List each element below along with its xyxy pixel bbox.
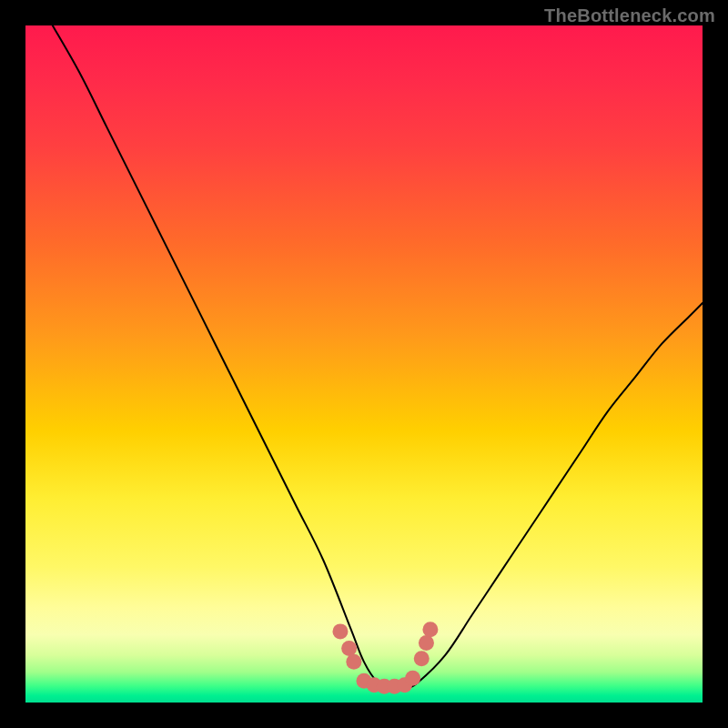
bottleneck-curve [53, 25, 703, 690]
marker-dot [422, 622, 438, 637]
curve-svg [25, 25, 703, 703]
marker-dot [419, 635, 434, 651]
watermark-text: TheBottleneck.com [544, 5, 715, 26]
plot-area [25, 25, 703, 703]
marker-dot [341, 641, 357, 656]
marker-dot [414, 651, 430, 666]
marker-group [332, 622, 438, 693]
chart-frame: TheBottleneck.com [0, 0, 728, 728]
marker-dot [332, 623, 348, 639]
marker-dot [346, 654, 361, 670]
marker-dot [405, 671, 420, 686]
